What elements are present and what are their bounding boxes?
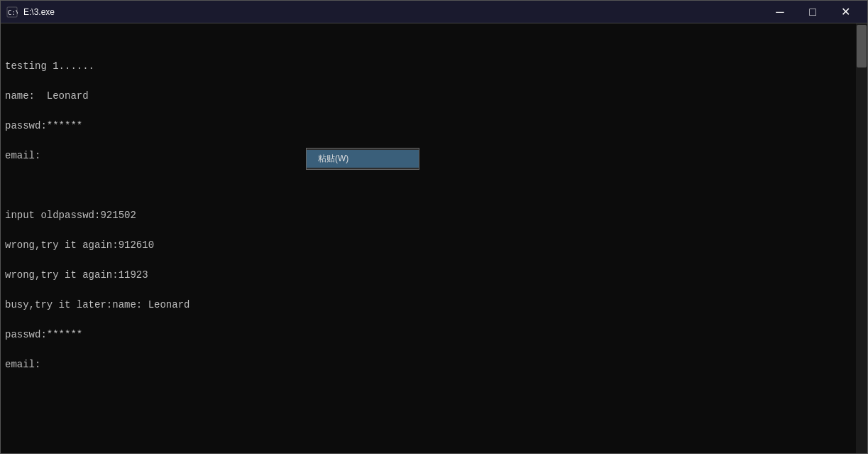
console-line: busy,try it later:name: Leonard <box>5 298 852 313</box>
svg-text:C:\: C:\ <box>8 9 18 16</box>
title-bar-controls: ─ □ ✕ <box>764 1 862 23</box>
terminal-icon: C:\ <box>6 6 18 18</box>
console-line: email: <box>5 148 852 163</box>
console-line <box>5 387 852 402</box>
context-menu-paste[interactable]: 粘贴(W) <box>307 150 419 168</box>
console-line: wrong,try it again:912610 <box>5 238 852 253</box>
console-line <box>5 417 852 432</box>
console-line: wrong,try it again:11923 <box>5 268 852 283</box>
console-line: testing 1...... <box>5 59 852 74</box>
scrollbar-thumb[interactable] <box>857 25 867 67</box>
console-line: name: Leonard <box>5 89 852 104</box>
context-menu: 粘贴(W) <box>306 148 419 170</box>
console-line: passwd:****** <box>5 328 852 342</box>
main-window: C:\ E:\3.exe ─ □ ✕ testing 1...... name:… <box>0 0 868 454</box>
console-area: testing 1...... name: Leonard passwd:***… <box>1 23 867 453</box>
console-line <box>5 178 852 193</box>
title-bar: C:\ E:\3.exe ─ □ ✕ <box>1 1 867 23</box>
console-output[interactable]: testing 1...... name: Leonard passwd:***… <box>1 23 856 453</box>
maximize-button[interactable]: □ <box>796 1 829 23</box>
console-line: passwd:****** <box>5 119 852 134</box>
minimize-button[interactable]: ─ <box>764 1 796 23</box>
close-button[interactable]: ✕ <box>829 1 862 23</box>
title-bar-left: C:\ E:\3.exe <box>6 6 55 18</box>
console-line <box>5 447 852 453</box>
scrollbar[interactable] <box>856 23 867 453</box>
window-title: E:\3.exe <box>23 7 55 17</box>
console-line: input oldpasswd:921502 <box>5 208 852 223</box>
console-line: email: <box>5 357 852 372</box>
